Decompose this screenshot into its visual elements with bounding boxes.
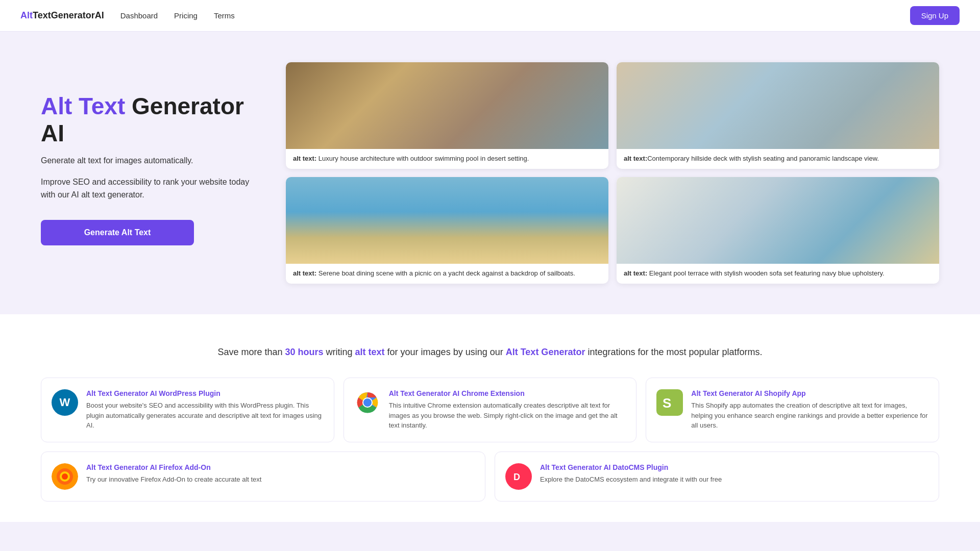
hero-title: Alt Text Generator AI [41,93,255,147]
firefox-card: Alt Text Generator AI Firefox Add-On Try… [41,452,485,502]
chrome-desc: This intuitive Chrome extension automati… [389,400,626,431]
image-3 [286,177,608,264]
svg-text:S: S [663,395,671,411]
alt-text-label-1: alt text: [293,155,316,162]
image-grid: alt text: Luxury house architecture with… [286,62,939,284]
integration-cards-row1: W Alt Text Generator AI WordPress Plugin… [41,378,939,442]
wordpress-desc: Boost your website's SEO and accessibili… [86,400,324,431]
hero-title-purple: Alt Text [41,93,125,119]
hero-left: Alt Text Generator AI Generate alt text … [41,62,255,245]
generator-link[interactable]: Alt Text Generator [506,347,585,357]
chrome-card: Alt Text Generator AI Chrome Extension T… [344,378,637,442]
datocms-icon: D [505,463,532,490]
logo[interactable]: AltTextGeneratorAI [20,10,104,21]
shopify-icon: S [656,389,683,416]
firefox-desc: Try our innovative Firefox Add-On to cre… [86,474,261,485]
hours-highlight: 30 hours [285,347,324,357]
signup-button[interactable]: Sign Up [910,6,960,25]
chrome-icon [354,389,381,416]
shopify-content: Alt Text Generator AI Shopify App This S… [691,389,928,431]
wordpress-card: W Alt Text Generator AI WordPress Plugin… [41,378,334,442]
image-caption-3: alt text: Serene boat dining scene with … [286,264,608,284]
alt-text-label-3: alt text: [293,269,316,277]
generate-alt-text-button[interactable]: Generate Alt Text [41,220,194,245]
wordpress-title: Alt Text Generator AI WordPress Plugin [86,389,324,397]
image-card-3: alt text: Serene boat dining scene with … [286,177,608,284]
nav-dashboard[interactable]: Dashboard [120,11,158,20]
alt-text-label-2: alt text: [624,155,647,162]
integrations-section: Save more than 30 hours writing alt text… [0,314,980,522]
shopify-desc: This Shopify app automates the creation … [691,400,928,431]
datocms-card: D Alt Text Generator AI DatoCMS Plugin E… [495,452,939,502]
image-card-4: alt text: Elegant pool terrace with styl… [617,177,939,284]
firefox-content: Alt Text Generator AI Firefox Add-On Try… [86,463,261,485]
logo-brand: GeneratorAI [51,10,104,20]
chrome-title: Alt Text Generator AI Chrome Extension [389,389,626,397]
navbar: AltTextGeneratorAI Dashboard Pricing Ter… [0,0,980,32]
svg-point-8 [62,473,68,480]
integrations-headline: Save more than 30 hours writing alt text… [41,345,939,360]
nav-pricing[interactable]: Pricing [174,11,198,20]
image-caption-2: alt text:Contemporary hillside deck with… [617,149,939,169]
image-1 [286,62,608,149]
svg-point-3 [363,398,372,407]
image-card-2: alt text:Contemporary hillside deck with… [617,62,939,169]
nav-left: AltTextGeneratorAI Dashboard Pricing Ter… [20,10,235,21]
image-2 [617,62,939,149]
shopify-title: Alt Text Generator AI Shopify App [691,389,928,397]
headline-part3: for your images by using our [385,347,506,357]
image-4 [617,177,939,264]
svg-text:D: D [513,472,520,482]
alt-text-highlight: alt text [355,347,385,357]
shopify-card: S Alt Text Generator AI Shopify App This… [646,378,939,442]
hero-description: Improve SEO and accessibility to rank yo… [41,176,255,202]
hero-section: Alt Text Generator AI Generate alt text … [0,32,980,314]
image-caption-1: alt text: Luxury house architecture with… [286,149,608,169]
headline-part4: integrations for the most popular platfo… [585,347,762,357]
datocms-desc: Explore the DatoCMS ecosystem and integr… [540,474,722,485]
image-caption-4: alt text: Elegant pool terrace with styl… [617,264,939,284]
firefox-title: Alt Text Generator AI Firefox Add-On [86,463,261,471]
chrome-content: Alt Text Generator AI Chrome Extension T… [389,389,626,431]
datocms-title: Alt Text Generator AI DatoCMS Plugin [540,463,722,471]
nav-terms[interactable]: Terms [214,11,235,20]
image-card-1: alt text: Luxury house architecture with… [286,62,608,169]
hero-subtitle: Generate alt text for images automatical… [41,156,255,165]
alt-text-value-3: Serene boat dining scene with a picnic o… [316,269,575,277]
logo-text: Text [33,10,51,20]
logo-alt: Alt [20,10,33,20]
alt-text-label-4: alt text: [624,269,647,277]
datocms-content: Alt Text Generator AI DatoCMS Plugin Exp… [540,463,722,485]
headline-part2: writing [324,347,355,357]
headline-part1: Save more than [217,347,285,357]
alt-text-value-4: Elegant pool terrace with stylish wooden… [647,269,884,277]
alt-text-value-1: Luxury house architecture with outdoor s… [316,155,529,162]
alt-text-value-2: Contemporary hillside deck with stylish … [647,155,879,162]
firefox-icon [52,463,78,490]
wordpress-icon: W [52,389,78,416]
integration-cards-row2: Alt Text Generator AI Firefox Add-On Try… [41,452,939,502]
wordpress-content: Alt Text Generator AI WordPress Plugin B… [86,389,324,431]
